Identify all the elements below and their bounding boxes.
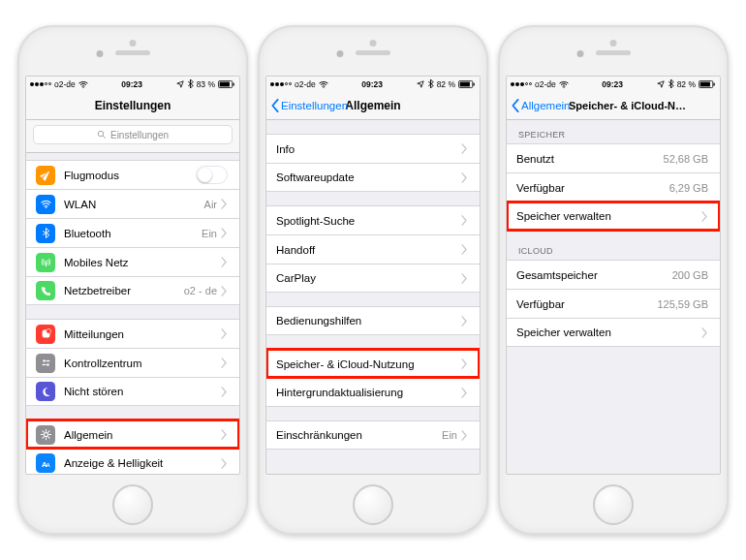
location-icon [417, 80, 424, 88]
battery-icon [458, 80, 476, 88]
row-airplane-mode[interactable]: Flugmodus [26, 160, 239, 189]
svg-point-5 [45, 207, 46, 208]
svg-rect-22 [700, 81, 710, 86]
row-label: CarPlay [276, 272, 461, 284]
speaker [596, 50, 631, 55]
chevron-right-icon [221, 458, 228, 469]
chevron-right-icon [461, 244, 468, 255]
row-label: Verfügbar [516, 182, 669, 194]
svg-point-8 [46, 328, 50, 333]
svg-rect-23 [713, 82, 714, 85]
back-button[interactable]: Allgemein [511, 99, 571, 112]
row-background-refresh[interactable]: Hintergrundaktualisierung [266, 378, 480, 407]
row-label: Nicht stören [64, 386, 221, 397]
back-button[interactable]: Einstellungen [270, 99, 348, 112]
speaker [356, 50, 390, 55]
row-dnd[interactable]: Nicht stören [26, 377, 239, 406]
row-used: Benutzt52,68 GB [507, 143, 720, 172]
row-carplay[interactable]: CarPlay [266, 264, 480, 293]
search-input[interactable]: Einstellungen [33, 125, 233, 144]
svg-point-11 [47, 363, 49, 366]
row-wifi[interactable]: WLAN Air [26, 189, 239, 218]
home-button[interactable] [112, 484, 153, 525]
chevron-right-icon [221, 387, 228, 397]
home-button[interactable] [353, 484, 393, 525]
row-carrier[interactable]: Netzbetreiber o2 - de [26, 276, 239, 305]
chevron-right-icon [461, 215, 468, 226]
row-accessibility[interactable]: Bedienungshilfen [266, 306, 480, 335]
row-label: Mitteilungen [64, 328, 221, 340]
settings-list[interactable]: SPEICHER Benutzt52,68 GB Verfügbar6,29 G… [507, 120, 720, 474]
row-display[interactable]: AA Anzeige & Helligkeit [26, 449, 239, 474]
row-notifications[interactable]: Mitteilungen [26, 319, 239, 348]
row-handoff[interactable]: Handoff [266, 234, 480, 264]
controls-icon [36, 354, 55, 373]
row-label: Kontrollzentrum [64, 358, 221, 369]
chevron-left-icon [511, 99, 520, 112]
row-label: Spotlight-Suche [276, 215, 461, 227]
row-manage-storage[interactable]: Speicher verwalten [507, 202, 720, 231]
battery-icon [218, 80, 235, 88]
nav-bar: Einstellungen [26, 91, 239, 120]
settings-list[interactable]: Flugmodus WLAN Air Bluetooth Ein [26, 153, 239, 474]
svg-rect-12 [42, 364, 46, 365]
location-icon [176, 80, 184, 88]
page-title: Allgemein [345, 99, 400, 112]
chevron-right-icon [461, 430, 468, 441]
chevron-right-icon [461, 358, 468, 369]
sensor [610, 40, 617, 47]
row-label: Speicher- & iCloud-Nutzung [276, 358, 461, 370]
phone-settings-root: o2-de 09:23 83 % Einstellungen Einstellu… [17, 25, 248, 535]
row-spotlight[interactable]: Spotlight-Suche [266, 205, 480, 234]
back-label: Einstellungen [281, 100, 348, 111]
row-label: Speicher verwalten [516, 210, 701, 222]
chevron-right-icon [221, 257, 228, 267]
screen: o2-de 09:23 82 % Allgemein Speicher- & i… [506, 76, 721, 475]
row-label: Benutzt [516, 153, 664, 165]
search-icon [97, 130, 107, 140]
row-bluetooth[interactable]: Bluetooth Ein [26, 218, 239, 247]
home-button[interactable] [593, 484, 634, 525]
row-icloud-manage[interactable]: Speicher verwalten [507, 318, 720, 347]
status-bar: o2-de 09:23 82 % [507, 77, 720, 91]
bluetooth-icon [187, 79, 194, 88]
front-camera [337, 50, 344, 57]
carrier-label: o2-de [54, 79, 76, 89]
nav-bar: Allgemein Speicher- & iCloud-Nutzung [507, 91, 720, 120]
row-label: Verfügbar [516, 298, 657, 310]
phone-icon [36, 281, 55, 300]
row-control-center[interactable]: Kontrollzentrum [26, 348, 239, 377]
settings-list[interactable]: Info Softwareupdate Spotlight-Suche Hand… [266, 120, 480, 474]
row-label: Speicher verwalten [516, 327, 701, 338]
row-available: Verfügbar6,29 GB [507, 172, 720, 202]
battery-pct: 82 % [677, 79, 696, 89]
svg-rect-6 [45, 261, 46, 266]
chevron-left-icon [270, 99, 280, 112]
airplane-toggle[interactable] [196, 166, 228, 184]
row-cellular[interactable]: Mobiles Netz [26, 247, 239, 276]
wifi-icon [559, 80, 569, 88]
wifi-icon [78, 80, 88, 88]
row-storage-icloud[interactable]: Speicher- & iCloud-Nutzung [266, 349, 480, 378]
row-general[interactable]: Allgemein [26, 420, 239, 449]
row-label: Mobiles Netz [64, 257, 221, 268]
clock: 09:23 [602, 79, 623, 89]
battery-pct: 83 % [197, 79, 215, 89]
row-label: Einschränkungen [276, 429, 442, 441]
chevron-right-icon [221, 228, 228, 238]
status-bar: o2-de 09:23 83 % [26, 77, 239, 91]
gear-icon [36, 425, 55, 445]
device-frame: o2-de 09:23 82 % Einstellungen Allgemein [258, 25, 488, 535]
row-info[interactable]: Info [266, 134, 480, 163]
row-software-update[interactable]: Softwareupdate [266, 163, 480, 192]
row-restrictions[interactable]: EinschränkungenEin [266, 420, 480, 450]
svg-point-1 [82, 86, 83, 87]
antenna-icon [36, 253, 55, 272]
phone-storage: o2-de 09:23 82 % Allgemein Speicher- & i… [498, 25, 729, 535]
device-frame: o2-de 09:23 83 % Einstellungen Einstellu… [17, 25, 248, 535]
row-label: Anzeige & Helligkeit [64, 457, 221, 469]
chevron-right-icon [221, 199, 228, 209]
svg-point-20 [563, 86, 564, 87]
chevron-right-icon [701, 327, 708, 338]
screen: o2-de 09:23 83 % Einstellungen Einstellu… [25, 76, 240, 475]
